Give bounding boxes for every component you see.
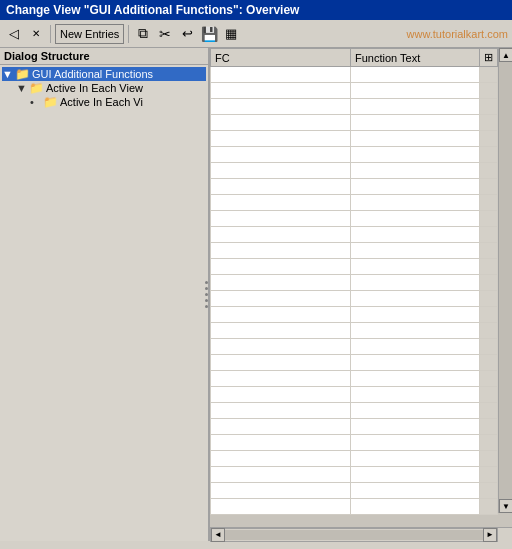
cell-fc [211,419,351,435]
table-row[interactable] [211,259,498,275]
scroll-left-button[interactable]: ◄ [211,528,225,542]
save-icon[interactable]: 💾 [199,24,219,44]
cell-fc [211,67,351,83]
cell-function-text [351,403,480,419]
cell-icon [480,435,498,451]
table-row[interactable] [211,483,498,499]
cell-function-text [351,339,480,355]
table-container: FC Function Text ⊞ ▲ ▼ [210,48,512,527]
cell-icon [480,403,498,419]
copy-icon[interactable]: ⧉ [133,24,153,44]
table-row[interactable] [211,195,498,211]
table-row[interactable] [211,131,498,147]
cell-function-text [351,195,480,211]
cell-icon [480,243,498,259]
more-icon[interactable]: ▦ [221,24,241,44]
data-table: FC Function Text ⊞ [210,48,498,515]
cell-icon [480,163,498,179]
table-row[interactable] [211,67,498,83]
table-row[interactable] [211,435,498,451]
tree-item-child1[interactable]: ▼ 📁 Active In Each View [2,81,206,95]
table-row[interactable] [211,115,498,131]
scroll-down-button[interactable]: ▼ [499,499,512,513]
table-row[interactable] [211,83,498,99]
cell-fc [211,499,351,515]
cell-function-text [351,371,480,387]
back-icon[interactable]: ◁ [4,24,24,44]
folder-icon-root: 📁 [14,68,30,80]
undo-icon[interactable]: ↩ [177,24,197,44]
cell-fc [211,483,351,499]
cell-function-text [351,419,480,435]
table-row[interactable] [211,243,498,259]
scroll-right-button[interactable]: ► [483,528,497,542]
cell-function-text [351,323,480,339]
tree-label-child2: Active In Each Vi [60,96,143,108]
cell-function-text [351,147,480,163]
cell-fc [211,131,351,147]
table-row[interactable] [211,403,498,419]
cell-icon [480,99,498,115]
cell-function-text [351,131,480,147]
folder-icon-child1: 📁 [28,82,44,94]
table-row[interactable] [211,291,498,307]
table-row[interactable] [211,371,498,387]
cell-fc [211,371,351,387]
cell-function-text [351,307,480,323]
cell-icon [480,211,498,227]
tree-item-root[interactable]: ▼ 📁 GUI Additional Functions [2,67,206,81]
cell-function-text [351,387,480,403]
toolbar: ◁ ✕ New Entries ⧉ ✂ ↩ 💾 ▦ www.tutorialka… [0,20,512,48]
scrollbar-vertical[interactable]: ▲ ▼ [498,48,512,513]
new-entries-button[interactable]: New Entries [55,24,124,44]
cell-fc [211,387,351,403]
cell-icon [480,451,498,467]
tree-item-child2[interactable]: • 📁 Active In Each Vi [2,95,206,109]
delete-icon[interactable]: ✂ [155,24,175,44]
title-bar: Change View "GUI Additional Functions": … [0,0,512,20]
table-row[interactable] [211,419,498,435]
expand-icon-root: ▼ [2,68,14,80]
cell-icon [480,483,498,499]
table-row[interactable] [211,387,498,403]
table-row[interactable] [211,211,498,227]
table-row[interactable] [211,499,498,515]
cell-fc [211,227,351,243]
table-row[interactable] [211,99,498,115]
col-header-icon[interactable]: ⊞ [480,49,498,67]
table-row[interactable] [211,147,498,163]
cell-icon [480,83,498,99]
cell-icon [480,307,498,323]
title-text: Change View "GUI Additional Functions": … [6,3,299,17]
table-row[interactable] [211,227,498,243]
exit-icon[interactable]: ✕ [26,24,46,44]
table-row[interactable] [211,355,498,371]
cell-function-text [351,99,480,115]
table-row[interactable] [211,339,498,355]
dialog-structure-panel: Dialog Structure ▼ 📁 GUI Additional Func… [0,48,210,541]
cell-fc [211,403,351,419]
expand-icon-child1: ▼ [16,82,28,94]
scroll-track-horizontal [225,530,483,540]
table-row[interactable] [211,179,498,195]
table-row[interactable] [211,275,498,291]
cell-function-text [351,291,480,307]
table-row[interactable] [211,323,498,339]
cell-icon [480,275,498,291]
table-row[interactable] [211,307,498,323]
cell-function-text [351,115,480,131]
table-row[interactable] [211,467,498,483]
scrollbar-horizontal[interactable]: ◄ ► [210,528,498,542]
scroll-up-button[interactable]: ▲ [499,48,512,62]
folder-icon-child2: 📁 [42,96,58,108]
cell-function-text [351,67,480,83]
cell-icon [480,387,498,403]
cell-fc [211,243,351,259]
cell-function-text [351,355,480,371]
cell-function-text [351,467,480,483]
col-header-function-text: Function Text [351,49,480,67]
table-row[interactable] [211,451,498,467]
table-row[interactable] [211,163,498,179]
cell-function-text [351,163,480,179]
cell-function-text [351,259,480,275]
